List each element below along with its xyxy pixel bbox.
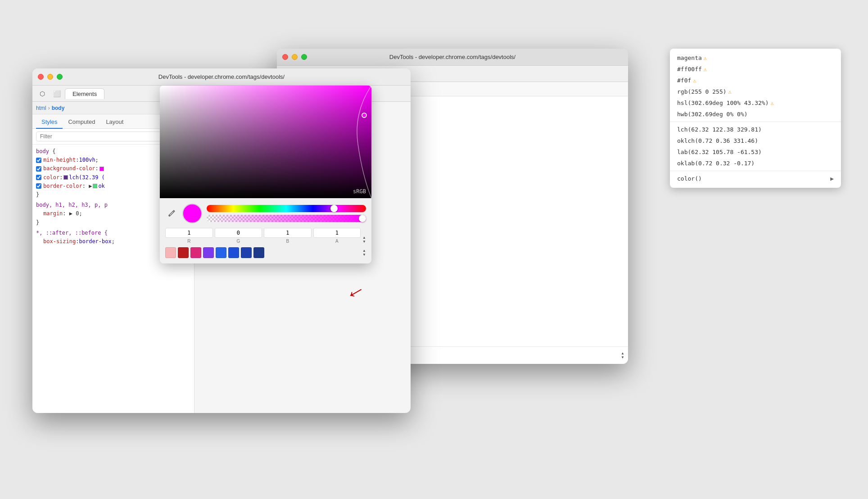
warning-icon-2: ⚠ [693,77,696,84]
bordercolor-checkbox[interactable] [36,183,41,189]
separator-1 [670,122,841,122]
color-picker-body: 1 R 0 G 1 B 1 A ▲▼ [160,198,371,263]
sub-tab-computed[interactable]: Computed [63,117,100,129]
color-gradient[interactable]: sRGB [160,86,371,198]
warning-icon-0: ⚠ [704,55,707,61]
r-input[interactable]: 1 [165,228,213,238]
swatches-scroll-arrows[interactable]: ▲▼ [362,249,366,257]
swatch-4[interactable] [216,247,226,258]
color-repr-oklch[interactable]: oklch(0.72 0.36 331.46) [670,135,841,146]
svg-point-0 [169,215,170,217]
breadcrumb-sep: › [48,105,50,111]
cursor-icon-front[interactable]: ⬡ [36,87,49,100]
swatches-scroll-arrows-back[interactable]: ▲▼ [621,351,624,359]
warning-icon-1: ⚠ [704,66,707,73]
color-controls [165,204,366,223]
rgba-arrows[interactable]: ▲▼ [362,236,366,244]
color-dropdown: magenta ⚠ #ff00ff ⚠ #f0f ⚠ rgb(255 0 255… [670,49,841,188]
b-field: 1 B [264,228,312,244]
titlebar-front: DevTools - developer.chrome.com/tags/dev… [32,68,411,86]
a-label: A [335,239,339,244]
color-repr-rgb[interactable]: rgb(255 0 255) ⚠ [670,86,841,97]
color-repr-lab[interactable]: lab(62.32 105.78 -61.53) [670,146,841,158]
color-preview [182,204,202,223]
color-repr-hwb[interactable]: hwb(302.69deg 0% 0%) [670,109,841,120]
swatch-1[interactable] [178,247,189,258]
a-field: 1 A [313,228,361,244]
hue-thumb[interactable] [330,205,338,212]
r-field: 1 R [165,228,213,244]
color-picker: sRGB [160,86,371,263]
g-input[interactable]: 0 [215,228,262,238]
g-label: G [236,239,240,244]
color-checkbox[interactable] [36,175,41,180]
color-repr-lch[interactable]: lch(62.32 122.38 329.81) [670,124,841,135]
sub-tab-layout[interactable]: Layout [100,117,129,129]
traffic-lights-front[interactable] [38,74,63,80]
bgcolor-swatch[interactable] [99,167,104,171]
titlebar-title-front: DevTools - developer.chrome.com/tags/dev… [158,73,285,80]
g-field: 0 G [215,228,262,244]
warning-icon-3: ⚠ [728,89,732,95]
swatch-5[interactable] [228,247,239,258]
hue-slider[interactable] [207,205,366,212]
warning-icon-4: ⚠ [771,100,774,106]
swatch-6[interactable] [241,247,252,258]
alpha-slider[interactable] [207,215,366,222]
color-fn-arrow: ▶ [830,175,834,182]
swatch-2[interactable] [190,247,201,258]
minheight-checkbox[interactable] [36,158,41,163]
color-cursor[interactable] [362,113,367,118]
color-repr-color-fn[interactable]: color() ▶ [670,173,841,184]
alpha-thumb[interactable] [359,215,366,222]
srgb-label: sRGB [353,188,366,195]
color-repr-magenta[interactable]: magenta ⚠ [670,52,841,64]
minimize-button-back[interactable] [292,54,298,60]
a-input[interactable]: 1 [313,228,361,238]
tab-elements-front[interactable]: Elements [65,88,104,99]
color-repr-hex3[interactable]: #f0f ⚠ [670,75,841,86]
b-label: B [286,239,289,244]
close-button-back[interactable] [282,54,288,60]
color-swatch[interactable] [63,175,68,180]
swatch-3[interactable] [203,247,214,258]
bgcolor-checkbox[interactable] [36,166,41,172]
close-button-front[interactable] [38,74,44,80]
mobile-icon-front[interactable]: ⬜ [50,87,63,100]
breadcrumb-body[interactable]: body [52,105,65,111]
titlebar-back: DevTools - developer.chrome.com/tags/dev… [277,49,628,66]
titlebar-title-back: DevTools - developer.chrome.com/tags/dev… [389,54,515,60]
b-input[interactable]: 1 [264,228,312,238]
swatch-0[interactable] [165,247,176,258]
r-label: R [187,239,190,244]
minimize-button-front[interactable] [47,74,53,80]
color-repr-hex6[interactable]: #ff00ff ⚠ [670,64,841,75]
separator-2 [670,171,841,171]
traffic-lights-back[interactable] [282,54,307,60]
color-repr-oklab[interactable]: oklab(0.72 0.32 -0.17) [670,158,841,169]
swatch-7[interactable] [253,247,264,258]
gradient-dark [160,86,371,198]
breadcrumb-html[interactable]: html [36,105,46,111]
sub-tab-styles[interactable]: Styles [36,117,63,129]
eyedropper-button[interactable] [165,207,178,220]
maximize-button-back[interactable] [301,54,307,60]
swatches-row: ▲▼ [165,247,366,258]
color-repr-hsl[interactable]: hsl(302.69deg 100% 43.32%) ⚠ [670,97,841,109]
rgba-inputs: 1 R 0 G 1 B 1 A ▲▼ [165,228,366,244]
sliders-container [207,205,366,222]
eyedropper-icon [167,209,176,218]
bordercolor-swatch[interactable] [93,184,97,188]
maximize-button-front[interactable] [57,74,63,80]
